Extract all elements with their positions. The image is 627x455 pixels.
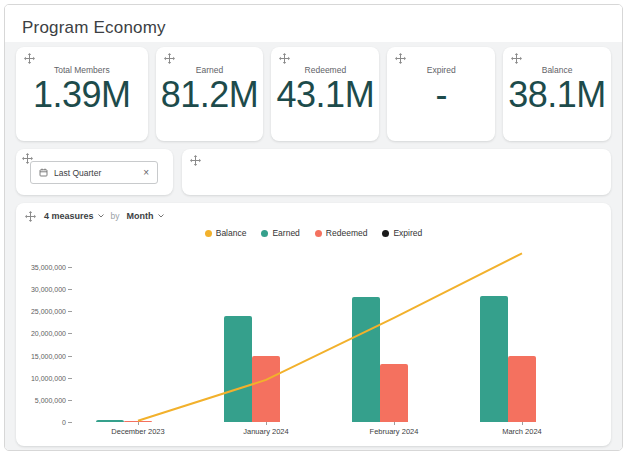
legend-dot	[261, 230, 268, 237]
kpi-value: -	[387, 76, 495, 114]
chevron-down-icon	[98, 214, 104, 218]
legend-item-expired[interactable]: Expired	[382, 228, 422, 238]
y-tick-mark	[68, 422, 72, 423]
by-label: by	[111, 211, 120, 221]
chart-card: 4 measures by Month BalanceEarnedRedeeme…	[16, 203, 611, 446]
y-tick: 10,000,000	[31, 375, 72, 382]
move-handle-icon[interactable]	[511, 53, 522, 64]
kpi-card-balance: Balance 38.1M	[503, 47, 611, 141]
move-handle-icon[interactable]	[164, 53, 175, 64]
kpi-value: 81.2M	[156, 76, 264, 114]
measures-dropdown-label: 4 measures	[44, 211, 94, 221]
legend-item-balance[interactable]: Balance	[205, 228, 247, 238]
x-axis-label: January 2024	[202, 427, 330, 436]
y-tick: 35,000,000	[31, 264, 72, 271]
y-tick-label: 15,000,000	[31, 353, 66, 360]
x-tick-mark	[394, 422, 395, 425]
kpi-card-total-members: Total Members 1.39M	[16, 47, 148, 141]
legend-item-redeemed[interactable]: Redeemed	[315, 228, 368, 238]
kpi-value: 1.39M	[16, 76, 148, 114]
remove-filter-icon[interactable]: ×	[143, 168, 149, 178]
measures-dropdown[interactable]: 4 measures	[44, 211, 104, 221]
x-tick-mark	[266, 422, 267, 425]
dashboard-header: Program Economy	[5, 5, 622, 42]
x-axis: December 2023January 2024February 2024Ma…	[74, 427, 586, 436]
chart-plot-area	[74, 249, 586, 422]
line-balance	[74, 249, 586, 422]
y-tick: 5,000,000	[35, 397, 72, 404]
y-tick-label: 0	[62, 419, 66, 426]
date-filter-card: Last Quarter ×	[16, 149, 173, 195]
y-tick-mark	[68, 400, 72, 401]
y-tick-label: 30,000,000	[31, 286, 66, 293]
move-handle-icon[interactable]	[279, 53, 290, 64]
y-axis: 05,000,00010,000,00015,000,00020,000,000…	[16, 249, 72, 422]
y-tick-mark	[68, 289, 72, 290]
legend-dot	[205, 230, 212, 237]
y-tick: 0	[62, 419, 72, 426]
chevron-down-icon	[158, 214, 164, 218]
legend-label: Earned	[272, 228, 299, 238]
date-filter-label: Last Quarter	[54, 168, 137, 178]
y-tick: 25,000,000	[31, 308, 72, 315]
legend-dot	[382, 230, 389, 237]
legend-label: Redeemed	[326, 228, 368, 238]
calendar-icon	[39, 168, 48, 177]
y-tick-label: 25,000,000	[31, 308, 66, 315]
date-filter-chip[interactable]: Last Quarter ×	[30, 161, 158, 184]
legend-item-earned[interactable]: Earned	[261, 228, 299, 238]
y-tick-label: 10,000,000	[31, 375, 66, 382]
move-handle-icon[interactable]	[395, 53, 406, 64]
y-tick-mark	[68, 311, 72, 312]
kpi-card-earned: Earned 81.2M	[156, 47, 264, 141]
dashboard-body: Total Members 1.39M Earned 81.2M Redeeme…	[5, 42, 622, 450]
y-tick-mark	[68, 267, 72, 268]
group-by-dropdown-label: Month	[127, 211, 154, 221]
y-tick-label: 20,000,000	[31, 330, 66, 337]
filter-row: Last Quarter ×	[16, 149, 611, 195]
y-tick-label: 5,000,000	[35, 397, 66, 404]
group-by-dropdown[interactable]: Month	[127, 211, 164, 221]
y-tick-label: 35,000,000	[31, 264, 66, 271]
kpi-row: Total Members 1.39M Earned 81.2M Redeeme…	[16, 47, 611, 141]
x-axis-label: December 2023	[74, 427, 202, 436]
kpi-value: 43.1M	[271, 76, 379, 114]
y-tick-mark	[68, 378, 72, 379]
chart-header: 4 measures by Month	[44, 211, 164, 221]
y-tick-mark	[68, 333, 72, 334]
x-tick-mark	[138, 422, 139, 425]
y-tick: 30,000,000	[31, 286, 72, 293]
move-handle-icon[interactable]	[24, 53, 35, 64]
kpi-value: 38.1M	[503, 76, 611, 114]
legend-dot	[315, 230, 322, 237]
page-title: Program Economy	[22, 18, 166, 37]
y-tick-mark	[68, 356, 72, 357]
empty-widget-card	[182, 149, 611, 195]
y-tick: 20,000,000	[31, 330, 72, 337]
x-axis-label: February 2024	[330, 427, 458, 436]
y-tick: 15,000,000	[31, 353, 72, 360]
legend-label: Expired	[393, 228, 422, 238]
dashboard: Program Economy Total Members 1.39M Earn…	[4, 4, 623, 451]
x-axis-label: March 2024	[458, 427, 586, 436]
kpi-card-redeemed: Redeemed 43.1M	[271, 47, 379, 141]
chart-legend: BalanceEarnedRedeemedExpired	[16, 228, 611, 238]
legend-label: Balance	[216, 228, 247, 238]
kpi-card-expired: Expired -	[387, 47, 495, 141]
x-tick-mark	[522, 422, 523, 425]
move-handle-icon[interactable]	[25, 211, 36, 222]
move-handle-icon[interactable]	[190, 155, 201, 166]
